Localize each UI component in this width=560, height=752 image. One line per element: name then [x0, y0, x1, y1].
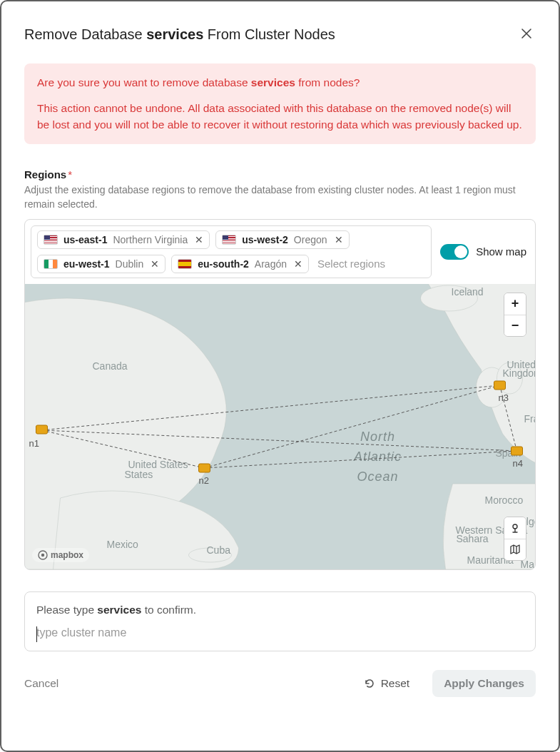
- region-select-placeholder: Select regions: [315, 258, 385, 270]
- show-map-toggle[interactable]: [440, 244, 469, 260]
- confirm-prompt: Please type services to confirm.: [36, 604, 524, 616]
- svg-point-31: [513, 524, 517, 529]
- map-node-n2[interactable]: n2: [199, 464, 210, 486]
- svg-text:Kingdom: Kingdom: [503, 367, 536, 379]
- dialog-title-bold: services: [146, 26, 203, 42]
- svg-text:Canada: Canada: [93, 360, 128, 372]
- flag-es-icon: [178, 259, 192, 269]
- flag-us-icon: [222, 235, 236, 245]
- regions-block: us-east-1 Northern Virginia ✕ us-west-2 …: [24, 219, 536, 570]
- region-chip-us-east-1: us-east-1 Northern Virginia ✕: [37, 230, 210, 249]
- svg-text:Fra: Fra: [524, 413, 536, 425]
- reset-icon: [364, 678, 375, 689]
- map-attribution[interactable]: mapbox: [32, 548, 89, 562]
- apply-changes-button[interactable]: Apply Changes: [432, 670, 536, 697]
- regions-top-row: us-east-1 Northern Virginia ✕ us-west-2 …: [25, 220, 535, 284]
- map-canvas: North Atlantic Ocean Iceland Canada Unit…: [25, 284, 535, 569]
- locate-icon: [509, 522, 521, 534]
- svg-text:Iceland: Iceland: [452, 286, 484, 298]
- svg-rect-23: [36, 425, 48, 434]
- svg-rect-29: [511, 447, 523, 455]
- region-select-input[interactable]: us-east-1 Northern Virginia ✕ us-west-2 …: [31, 225, 432, 278]
- svg-text:Cuba: Cuba: [207, 544, 231, 556]
- text-caret: [36, 626, 37, 642]
- svg-text:n4: n4: [513, 458, 523, 469]
- map-zoom-in-button[interactable]: +: [504, 293, 526, 315]
- svg-text:n3: n3: [499, 392, 509, 403]
- chip-remove-icon[interactable]: ✕: [149, 258, 161, 270]
- close-button[interactable]: [517, 24, 536, 45]
- svg-text:Sahara: Sahara: [457, 533, 489, 544]
- confirm-input-wrap: [36, 616, 524, 639]
- chip-remove-icon[interactable]: ✕: [333, 234, 345, 245]
- chip-remove-icon[interactable]: ✕: [193, 234, 205, 245]
- required-mark: *: [68, 168, 72, 181]
- regions-section: Regions* Adjust the existing database re…: [24, 168, 536, 569]
- dialog-footer: Cancel Reset Apply Changes: [24, 670, 536, 697]
- confirm-input[interactable]: [36, 626, 524, 639]
- warning-line-2: This action cannot be undone. All data a…: [37, 101, 523, 133]
- map-locate-button[interactable]: [504, 517, 526, 539]
- confirm-box: Please type services to confirm.: [24, 591, 536, 651]
- warning-line-1: Are you sure you want to remove database…: [37, 75, 523, 91]
- regions-label: Regions*: [24, 168, 536, 181]
- chip-remove-icon[interactable]: ✕: [292, 258, 304, 270]
- flag-us-icon: [44, 235, 58, 245]
- map[interactable]: North Atlantic Ocean Iceland Canada Unit…: [25, 284, 535, 569]
- dialog-header: Remove Database services From Cluster No…: [24, 24, 536, 45]
- show-map-label: Show map: [476, 245, 526, 258]
- svg-text:n2: n2: [199, 475, 209, 486]
- svg-text:Mexico: Mexico: [107, 539, 139, 550]
- svg-text:North: North: [360, 430, 395, 444]
- mapbox-logo-icon: [38, 550, 48, 560]
- region-chip-eu-west-1: eu-west-1 Dublin ✕: [37, 255, 166, 273]
- svg-rect-25: [199, 464, 210, 472]
- dialog-title: Remove Database services From Cluster No…: [24, 26, 335, 43]
- svg-rect-27: [494, 381, 506, 390]
- map-zoom-out-button[interactable]: −: [504, 315, 526, 336]
- svg-text:States: States: [125, 469, 153, 480]
- regions-help: Adjust the existing database regions to …: [24, 183, 536, 211]
- map-node-n4[interactable]: n4: [511, 447, 523, 469]
- svg-text:Ocean: Ocean: [357, 469, 398, 484]
- close-icon: [520, 27, 533, 40]
- region-chip-eu-south-2: eu-south-2 Aragón ✕: [171, 255, 309, 273]
- map-tool-controls: [504, 517, 526, 561]
- svg-text:Morocco: Morocco: [485, 494, 524, 506]
- svg-point-33: [41, 553, 44, 556]
- dialog-title-pre: Remove Database: [24, 26, 146, 42]
- region-chip-us-west-2: us-west-2 Oregon ✕: [215, 230, 349, 249]
- show-map-toggle-group: Show map: [440, 244, 526, 260]
- svg-text:n1: n1: [29, 438, 39, 449]
- svg-text:Atlantic: Atlantic: [353, 449, 402, 464]
- warning-box: Are you sure you want to remove database…: [24, 63, 536, 144]
- map-style-button[interactable]: [504, 539, 526, 560]
- flag-ie-icon: [44, 259, 58, 269]
- cancel-button[interactable]: Cancel: [24, 670, 70, 697]
- map-zoom-controls: + −: [504, 293, 526, 337]
- map-icon: [509, 544, 521, 555]
- dialog-title-post: From Cluster Nodes: [203, 26, 335, 42]
- reset-button[interactable]: Reset: [352, 670, 422, 697]
- dialog-frame: Remove Database services From Cluster No…: [0, 0, 560, 752]
- footer-right-actions: Reset Apply Changes: [352, 670, 536, 697]
